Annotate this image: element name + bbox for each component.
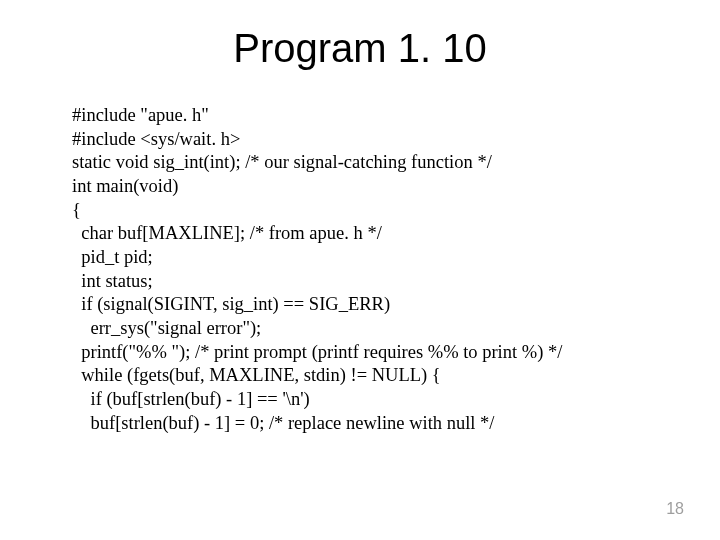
code-line: pid_t pid; (72, 246, 672, 270)
code-line: while (fgets(buf, MAXLINE, stdin) != NUL… (72, 364, 672, 388)
slide-title: Program 1. 10 (0, 26, 720, 71)
code-line: { (72, 199, 672, 223)
code-line: #include "apue. h" (72, 104, 672, 128)
code-line: int status; (72, 270, 672, 294)
code-line: #include <sys/wait. h> (72, 128, 672, 152)
code-line: if (buf[strlen(buf) - 1] == '\n') (72, 388, 672, 412)
code-line: buf[strlen(buf) - 1] = 0; /* replace new… (72, 412, 672, 436)
code-line: int main(void) (72, 175, 672, 199)
code-block: #include "apue. h" #include <sys/wait. h… (72, 104, 672, 435)
code-line: static void sig_int(int); /* our signal-… (72, 151, 672, 175)
slide: Program 1. 10 #include "apue. h" #includ… (0, 0, 720, 540)
code-line: err_sys("signal error"); (72, 317, 672, 341)
code-line: char buf[MAXLINE]; /* from apue. h */ (72, 222, 672, 246)
code-line: if (signal(SIGINT, sig_int) == SIG_ERR) (72, 293, 672, 317)
page-number: 18 (666, 500, 684, 518)
code-line: printf("%% "); /* print prompt (printf r… (72, 341, 672, 365)
